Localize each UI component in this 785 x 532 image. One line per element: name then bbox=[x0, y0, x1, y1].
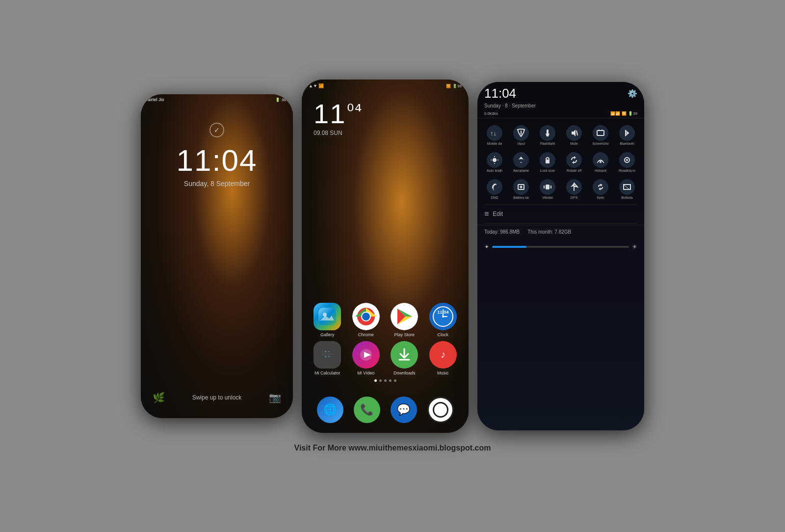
svg-point-1 bbox=[323, 313, 327, 317]
app-dock: 🌐 📞 💬 bbox=[302, 391, 469, 431]
vibrate-label: Vibrate bbox=[542, 196, 553, 199]
svg-point-39 bbox=[600, 161, 602, 163]
lock-screen-label: Lock scre bbox=[540, 169, 555, 172]
screenshot-icon bbox=[593, 125, 608, 141]
dock-camera-icon[interactable] bbox=[427, 397, 454, 423]
dot-2 bbox=[379, 379, 382, 382]
flashlight-label: Flashlight bbox=[540, 142, 555, 145]
dot-3 bbox=[384, 379, 387, 382]
reading-mode-icon bbox=[619, 152, 635, 168]
app-clock[interactable]: 11:04 Clock bbox=[426, 303, 460, 337]
mute-icon bbox=[566, 125, 582, 141]
svg-point-5 bbox=[362, 313, 370, 320]
qs-tile-airplane[interactable]: Aeroplane bbox=[508, 149, 534, 174]
downloads-label: Downloads bbox=[393, 371, 416, 375]
lockscreen-screen: airtel Jio 🔋 39 ✓ 11:04 Sunday, 8 Septem… bbox=[141, 94, 293, 418]
qs-tiles-row2: Auto brigh Aeroplane Lock scre bbox=[477, 149, 644, 176]
auto-bright-label: Auto brigh bbox=[487, 169, 502, 172]
hotspot-label: Hotspot bbox=[595, 169, 606, 172]
clock-label: Clock bbox=[437, 332, 448, 337]
home-date: 09.08 SUN bbox=[314, 130, 457, 136]
calculator-label: Mi Calculator bbox=[314, 371, 340, 375]
battery-saver-icon bbox=[513, 179, 529, 195]
airplane-label: Aeroplane bbox=[513, 169, 529, 172]
svg-line-29 bbox=[576, 131, 577, 135]
vipul-icon bbox=[513, 125, 529, 141]
qs-tile-mobile-data[interactable]: ↑↓ Mobile da bbox=[481, 122, 508, 147]
app-chrome[interactable]: Chrome bbox=[349, 303, 383, 337]
app-calculator[interactable]: + − × ÷ Mi Calculator bbox=[311, 341, 344, 375]
camera-shortcut-icon: 📷 bbox=[269, 392, 281, 403]
qs-tile-flashlight[interactable]: Flashlight bbox=[534, 122, 561, 147]
qs-tile-autobright[interactable]: Auto brigh bbox=[481, 149, 508, 174]
qs-divider bbox=[484, 204, 637, 205]
svg-text:♪: ♪ bbox=[441, 349, 445, 360]
battery-saver-label: Battery sa bbox=[513, 196, 529, 199]
wifi-status-icon: 🛜 bbox=[446, 84, 451, 88]
svg-marker-28 bbox=[546, 133, 550, 136]
qs-tile-buttons[interactable]: Buttons bbox=[614, 176, 640, 201]
battery-qs-icon: 🔋39 bbox=[628, 111, 637, 116]
app-mivideo[interactable]: Mi Video bbox=[349, 341, 383, 375]
app-gallery[interactable]: Gallery bbox=[311, 303, 344, 337]
battery-icon: 🔋 bbox=[275, 98, 280, 102]
brightness-bar[interactable] bbox=[492, 246, 629, 248]
svg-line-50 bbox=[624, 185, 629, 189]
home-status-icons: 🛜 🔋39 bbox=[446, 83, 462, 88]
dock-browser-icon[interactable]: 🌐 bbox=[317, 397, 343, 423]
qs-tile-hotspot[interactable]: Hotspot bbox=[587, 149, 614, 174]
dock-phone-icon[interactable]: 📞 bbox=[354, 397, 380, 423]
dot-1 bbox=[374, 379, 377, 382]
dnd-icon bbox=[487, 179, 502, 195]
lock-time: 11:04 bbox=[141, 145, 293, 176]
chrome-label: Chrome bbox=[358, 332, 374, 337]
qs-tile-sync[interactable]: Sync bbox=[587, 176, 614, 201]
qs-tile-vibrate[interactable]: Vibrate bbox=[534, 176, 561, 201]
clock-icon: 11:04 bbox=[429, 303, 457, 330]
settings-gear-icon[interactable]: ⚙️ bbox=[628, 89, 637, 98]
app-playstore[interactable]: Play Store bbox=[388, 303, 421, 337]
phone2-homescreen: ▲▼ 📶 🛜 🔋39 11 ⁰⁴ 09.08 SUN bbox=[302, 80, 469, 433]
buttons-label: Buttons bbox=[621, 196, 633, 199]
app-downloads[interactable]: Downloads bbox=[388, 341, 421, 375]
qs-tile-dnd[interactable]: DND bbox=[481, 176, 508, 201]
edit-label[interactable]: Edit bbox=[493, 211, 503, 217]
app-row-2: + − × ÷ Mi Calculator bbox=[302, 341, 469, 375]
svg-point-41 bbox=[626, 159, 628, 161]
qs-tile-mute[interactable]: Mute bbox=[561, 122, 587, 147]
svg-rect-16 bbox=[321, 354, 333, 354]
brightness-fill bbox=[492, 246, 526, 248]
app-music[interactable]: ♪ Music bbox=[426, 341, 460, 375]
data-today: Today: 986.8MB bbox=[484, 229, 520, 235]
lockscreen-statusbar: airtel Jio 🔋 39 bbox=[141, 94, 293, 103]
playstore-label: Play Store bbox=[394, 332, 415, 337]
qs-tile-gps[interactable]: GPS bbox=[561, 176, 587, 201]
dock-messages-icon[interactable]: 💬 bbox=[391, 397, 417, 423]
downloads-icon bbox=[391, 341, 418, 369]
home-min-section: ⁰⁴ bbox=[347, 100, 363, 121]
home-clock: 11 ⁰⁴ 09.08 SUN bbox=[302, 90, 469, 138]
data-usage-row: Today: 986.8MB This month: 7.82GB bbox=[484, 229, 637, 235]
qs-tile-screenshot[interactable]: Screensho bbox=[587, 122, 614, 147]
qs-date: Sunday · 8 · September bbox=[477, 103, 644, 110]
qs-tile-reading[interactable]: Reading m bbox=[614, 149, 640, 174]
gps-label: GPS bbox=[571, 196, 578, 199]
flashlight-icon bbox=[540, 125, 555, 141]
screenshot-label: Screensho bbox=[592, 142, 608, 145]
svg-rect-0 bbox=[318, 308, 336, 325]
sync-label: Sync bbox=[597, 196, 604, 199]
colon-separator: ⁰⁴ bbox=[347, 100, 363, 121]
qs-tile-rotate[interactable]: Rotate off bbox=[561, 149, 587, 174]
qs-tile-batterysaver[interactable]: Battery sa bbox=[508, 176, 534, 201]
qs-tile-lockscreen[interactable]: Lock scre bbox=[534, 149, 561, 174]
svg-text:×  ÷: × ÷ bbox=[325, 354, 331, 359]
swipe-to-unlock: Swipe up to unlock bbox=[192, 394, 242, 401]
auto-brightness-icon bbox=[487, 152, 502, 168]
svg-rect-27 bbox=[547, 130, 549, 133]
qs-tile-vipul[interactable]: Vipul bbox=[508, 122, 534, 147]
lock-bottom-bar: 🌿 Swipe up to unlock 📷 bbox=[141, 392, 293, 403]
qs-tile-bluetooth[interactable]: Bluetooth bbox=[614, 122, 640, 147]
battery-level: 39 bbox=[282, 98, 286, 102]
lock-date: Sunday, 8 September bbox=[141, 180, 293, 187]
svg-rect-46 bbox=[546, 185, 550, 189]
